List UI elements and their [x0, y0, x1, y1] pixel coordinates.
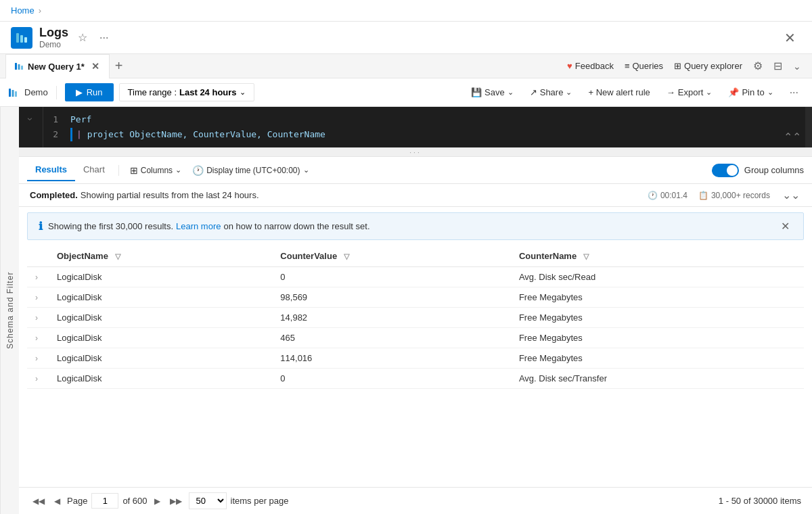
- col-countervalue-header[interactable]: CounterValue ▽: [272, 246, 511, 267]
- cell-object-name: LogicalDisk: [49, 348, 272, 369]
- cell-counter-value: 0: [272, 369, 511, 389]
- cell-counter-name: Free Megabytes: [511, 308, 804, 328]
- info-banner: ℹ Showing the first 30,000 results. Lear…: [27, 212, 804, 240]
- workspace-label: Demo: [24, 87, 48, 97]
- pagination: ◀◀ ◀ Page of 600 ▶ ▶▶ 50 100 200 items p…: [19, 487, 812, 514]
- tab-label: New Query 1*: [28, 62, 85, 72]
- results-tab[interactable]: Results: [27, 159, 75, 181]
- export-label: Export: [678, 87, 704, 97]
- favorite-button[interactable]: ☆: [75, 28, 90, 47]
- columns-button[interactable]: ⊞ Columns ⌄: [125, 162, 187, 179]
- feedback-button[interactable]: ♥ Feedback: [567, 61, 614, 71]
- items-per-page-label: items per page: [231, 496, 289, 506]
- sidebar-label: Schema and Filter: [5, 272, 15, 349]
- page-of-label: of 600: [122, 496, 147, 506]
- breadcrumb-sep: ›: [39, 5, 41, 16]
- info-text-suffix: on how to narrow down the result set.: [223, 221, 369, 231]
- cell-counter-value: 465: [272, 328, 511, 348]
- home-link[interactable]: Home: [11, 5, 35, 16]
- svg-rect-7: [12, 90, 14, 97]
- objectname-filter-icon[interactable]: ▽: [115, 252, 120, 260]
- page-first-button[interactable]: ◀◀: [30, 495, 47, 507]
- page-next-button[interactable]: ▶: [152, 495, 163, 507]
- columns-label: Columns: [141, 166, 173, 175]
- info-text-prefix: Showing the first 30,000 results.: [48, 221, 173, 231]
- svg-rect-4: [18, 64, 20, 70]
- row-expand-icon[interactable]: ›: [27, 369, 49, 389]
- close-button[interactable]: ✕: [779, 27, 801, 49]
- run-button[interactable]: ▶ Run: [65, 83, 114, 101]
- pin-to-button[interactable]: 📌 Pin to ⌄: [723, 85, 778, 100]
- pin-label: Pin to: [742, 87, 764, 97]
- share-button[interactable]: ↗ Share ⌄: [524, 85, 578, 100]
- page-size-select[interactable]: 50 100 200: [189, 492, 227, 509]
- share-label: Share: [540, 87, 564, 97]
- save-icon: 💾: [471, 87, 482, 97]
- row-expand-icon[interactable]: ›: [27, 287, 49, 308]
- cell-counter-value: 114,016: [272, 348, 511, 369]
- cell-counter-value: 14,982: [272, 308, 511, 328]
- layout-button[interactable]: ⊟: [773, 60, 782, 72]
- page-summary: 1 - 50 of 30000 items: [719, 496, 801, 506]
- editor-toggle[interactable]: ›: [19, 107, 43, 147]
- run-label: Run: [87, 87, 103, 97]
- columns-icon: ⊞: [130, 165, 138, 176]
- chevron-down-icon: ⌄: [240, 88, 246, 97]
- expand-results-button[interactable]: ⌄⌄: [781, 187, 801, 203]
- layout-expand-button[interactable]: ⌄: [793, 61, 801, 72]
- cell-object-name: LogicalDisk: [49, 369, 272, 389]
- info-icon: ℹ: [39, 220, 43, 233]
- export-button[interactable]: → Export ⌄: [661, 85, 718, 100]
- chart-tab[interactable]: Chart: [75, 159, 113, 181]
- save-button[interactable]: 💾 Save ⌄: [466, 85, 519, 100]
- code-line-1: Perf: [70, 112, 797, 127]
- row-expand-icon[interactable]: ›: [27, 308, 49, 328]
- table-row[interactable]: ›LogicalDisk0Avg. Disk sec/Read: [27, 267, 804, 287]
- col-countername-header[interactable]: CounterName ▽: [511, 246, 804, 267]
- page-last-button[interactable]: ▶▶: [167, 495, 185, 507]
- table-row[interactable]: ›LogicalDisk0Avg. Disk sec/Transfer: [27, 369, 804, 389]
- cell-counter-name: Avg. Disk sec/Read: [511, 267, 804, 287]
- status-detail: Showing partial results from the last 24…: [81, 190, 259, 200]
- row-expand-icon[interactable]: ›: [27, 348, 49, 369]
- drag-handle[interactable]: ···: [19, 147, 812, 157]
- countername-filter-icon[interactable]: ▽: [583, 252, 589, 260]
- settings-button[interactable]: ⚙: [753, 60, 763, 72]
- clock-icon: 🕐: [192, 165, 204, 176]
- editor-collapse-up[interactable]: ⌃⌃: [784, 131, 801, 143]
- line-number-1: 1: [47, 112, 58, 127]
- tab-icon: [14, 62, 24, 71]
- cell-counter-name: Avg. Disk sec/Transfer: [511, 369, 804, 389]
- page-input[interactable]: [91, 493, 118, 509]
- tab-close-icon[interactable]: ✕: [90, 61, 101, 72]
- table-row[interactable]: ›LogicalDisk114,016Free Megabytes: [27, 348, 804, 369]
- page-prev-button[interactable]: ◀: [51, 495, 63, 507]
- countervalue-filter-icon[interactable]: ▽: [344, 252, 349, 260]
- feedback-label: Feedback: [575, 61, 614, 71]
- row-expand-icon[interactable]: ›: [27, 267, 49, 287]
- schema-filter-sidebar[interactable]: Schema and Filter: [0, 107, 19, 514]
- time-range-button[interactable]: Time range : Last 24 hours ⌄: [119, 83, 254, 101]
- toolbar-more-button[interactable]: ···: [784, 84, 804, 101]
- cell-object-name: LogicalDisk: [49, 287, 272, 308]
- table-row[interactable]: ›LogicalDisk465Free Megabytes: [27, 328, 804, 348]
- table-row[interactable]: ›LogicalDisk98,569Free Megabytes: [27, 287, 804, 308]
- row-expand-icon[interactable]: ›: [27, 328, 49, 348]
- query-explorer-icon: ⊞: [674, 61, 681, 71]
- active-tab[interactable]: New Query 1* ✕: [5, 54, 110, 78]
- learn-more-link[interactable]: Learn more: [176, 221, 221, 231]
- banner-close-button[interactable]: ✕: [778, 220, 792, 233]
- new-alert-button[interactable]: + New alert rule: [583, 85, 655, 100]
- query-explorer-button[interactable]: ⊞ Query explorer: [674, 61, 742, 71]
- group-columns-toggle[interactable]: [712, 164, 739, 177]
- app-more-button[interactable]: ···: [97, 29, 111, 47]
- editor-collapse-icon[interactable]: ›: [25, 118, 36, 121]
- app-icon: [11, 27, 32, 49]
- col-objectname-header[interactable]: ObjectName ▽: [49, 246, 272, 267]
- display-time-button[interactable]: 🕐 Display time (UTC+00:00) ⌄: [187, 162, 314, 179]
- table-row[interactable]: ›LogicalDisk14,982Free Megabytes: [27, 308, 804, 328]
- add-tab-button[interactable]: +: [110, 58, 129, 74]
- queries-button[interactable]: ≡ Queries: [625, 61, 663, 71]
- query-explorer-label: Query explorer: [684, 61, 742, 71]
- run-icon: ▶: [76, 87, 83, 97]
